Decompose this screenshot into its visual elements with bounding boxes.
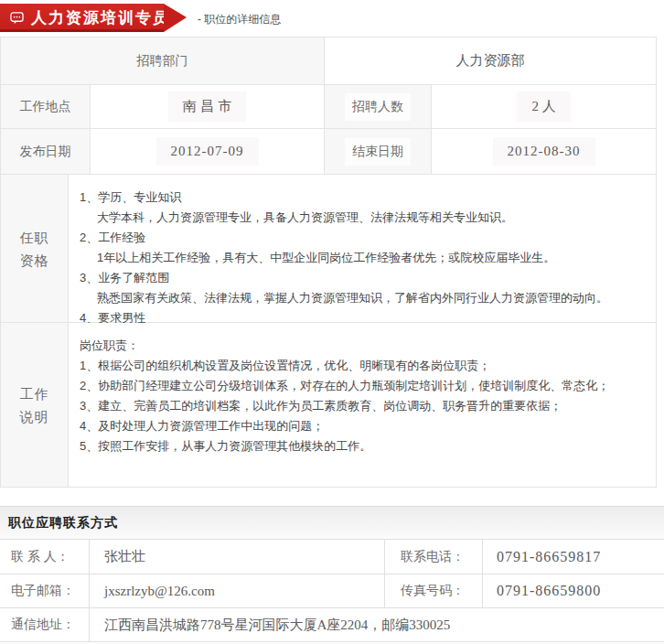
contact-email-value: jxszrlzyb@126.com <box>89 574 384 607</box>
qualification-item-title: 3、业务了解范围 <box>80 268 647 288</box>
qualification-item-desc: 1年以上相关工作经验，具有大、中型企业同岗位工作经验者优先；或院校应届毕业生。 <box>80 248 647 268</box>
contact-address-label: 通信地址： <box>0 608 89 641</box>
job-duty-item: 3、建立、完善员工的培训档案，以此作为员工素质教育、岗位调动、职务晋升的重要依据… <box>80 396 647 416</box>
section-gap <box>0 488 664 506</box>
contact-address-value: 江西南昌洪城路778号星河国际大厦A座2204，邮编330025 <box>89 608 664 641</box>
table-row-location-headcount: 工作地点 南 昌 市 招聘人数 2 人 <box>1 85 656 129</box>
publish-date-value: 2012-07-09 <box>90 129 324 174</box>
job-duty-item: 4、及时处理人力资源管理工作中出现的问题； <box>80 416 647 436</box>
contact-fax-label: 传真号码： <box>384 574 482 607</box>
contact-section-title: 职位应聘联系方式 <box>8 515 118 531</box>
end-date-label: 结束日期 <box>324 129 431 174</box>
qualification-item-desc: 熟悉国家有关政策、法律法规，掌握人力资源管理知识，了解省内外同行业人力资源管理的… <box>80 288 647 308</box>
job-description-label: 工作 说明 <box>1 323 68 487</box>
job-duty-item: 5、按照工作安排，从事人力资源管理其他模块的工作。 <box>80 436 647 456</box>
job-duty-item: 2、协助部门经理建立公司分级培训体系，对存在的人力瓶颈制定培训计划，使培训制度化… <box>80 376 647 396</box>
department-value: 人力资源部 <box>324 38 656 84</box>
headcount-label: 招聘人数 <box>324 85 431 128</box>
location-value: 南 昌 市 <box>90 85 324 128</box>
job-description-content: 岗位职责： 1、根据公司的组织机构设置及岗位设置情况，优化、明晰现有的各岗位职责… <box>68 323 656 487</box>
end-date-value: 2012-08-30 <box>431 129 656 174</box>
table-row-qualifications: 任职 资格 1、学历、专业知识 大学本科，人力资源管理专业，具备人力资源管理、法… <box>1 175 656 323</box>
contact-phone-value: 0791-86659817 <box>482 540 664 574</box>
page-title: 人力资源培训专员 <box>31 7 170 28</box>
qualification-item-desc: 大学本科，人力资源管理专业，具备人力资源管理、法律法规等相关专业知识。 <box>80 208 647 228</box>
publish-date-label: 发布日期 <box>1 129 90 174</box>
qualification-item-title: 2、工作经验 <box>80 228 647 248</box>
contact-phone-label: 联系电话： <box>384 540 482 574</box>
speech-bubble-icon <box>10 12 24 25</box>
job-summary-table: 招聘部门 人力资源部 工作地点 南 昌 市 招聘人数 2 人 发布日期 2012… <box>0 37 657 488</box>
job-title-ribbon: 人力资源培训专员 <box>0 4 164 32</box>
location-label: 工作地点 <box>1 85 90 128</box>
contact-section-header: 职位应聘联系方式 <box>0 506 664 539</box>
contact-email-label: 电子邮箱： <box>0 574 89 607</box>
qualifications-label: 任职 资格 <box>1 175 68 322</box>
table-row-contact-email-fax: 电子邮箱： jxszrlzyb@126.com 传真号码： 0791-86659… <box>0 574 664 607</box>
department-label: 招聘部门 <box>1 38 324 84</box>
table-row-contact-address: 通信地址： 江西南昌洪城路778号星河国际大厦A座2204，邮编330025 <box>0 607 664 641</box>
contact-table: 联 系 人： 张壮壮 联系电话： 0791-86659817 电子邮箱： jxs… <box>0 539 664 642</box>
headcount-value: 2 人 <box>431 85 656 128</box>
qualification-item-title: 1、学历、专业知识 <box>80 188 647 208</box>
qualifications-content: 1、学历、专业知识 大学本科，人力资源管理专业，具备人力资源管理、法律法规等相关… <box>68 175 656 322</box>
page-subtitle: - 职位的详细信息 <box>198 12 281 27</box>
contact-person-value: 张壮壮 <box>89 540 384 574</box>
ribbon-arrow-decoration <box>164 4 187 32</box>
table-row-contact-person: 联 系 人： 张壮壮 联系电话： 0791-86659817 <box>0 539 664 574</box>
contact-fax-value: 0791-86659800 <box>482 574 664 607</box>
job-duty-item: 1、根据公司的组织机构设置及岗位设置情况，优化、明晰现有的各岗位职责； <box>80 356 647 376</box>
table-row-job-description: 工作 说明 岗位职责： 1、根据公司的组织机构设置及岗位设置情况，优化、明晰现有… <box>1 323 656 488</box>
contact-person-label: 联 系 人： <box>0 540 89 574</box>
table-row-dates: 发布日期 2012-07-09 结束日期 2012-08-30 <box>1 129 656 175</box>
page-header: 人力资源培训专员 - 职位的详细信息 <box>0 0 664 37</box>
table-row-department: 招聘部门 人力资源部 <box>1 38 656 85</box>
job-duties-heading: 岗位职责： <box>80 336 647 356</box>
